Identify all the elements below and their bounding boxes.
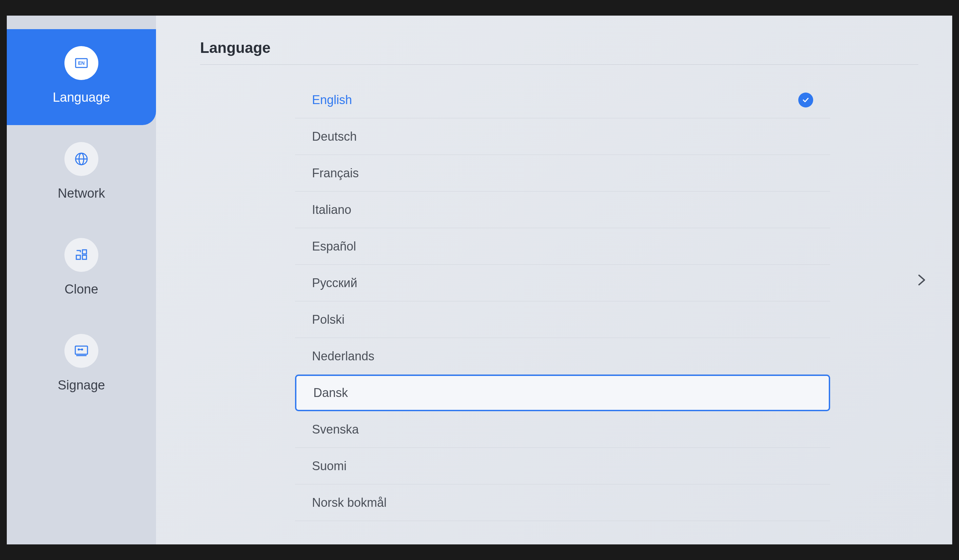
svg-rect-7 [83,255,86,259]
signage-icon [64,334,98,368]
main-content: Language English Deutsch Français Italia… [156,16,952,544]
language-label: Español [312,239,356,253]
language-label: English [312,93,352,107]
sidebar-item-signage[interactable]: Signage [7,317,156,413]
svg-rect-5 [83,250,86,254]
chevron-right-icon [915,273,929,287]
language-label: Suomi [312,459,347,473]
language-option-svenska[interactable]: Svenska [295,411,830,448]
language-label: Italiano [312,203,351,217]
svg-rect-6 [76,255,80,259]
sidebar-item-clone[interactable]: Clone [7,221,156,317]
sidebar-item-language[interactable]: EN Language [7,29,156,125]
sidebar-item-label: Language [53,90,110,105]
sidebar-item-label: Signage [57,378,105,393]
language-option-francais[interactable]: Français [295,155,830,191]
language-option-italiano[interactable]: Italiano [295,191,830,228]
language-label: Français [312,166,359,180]
language-en-icon: EN [64,46,98,80]
sidebar-item-network[interactable]: Network [7,125,156,221]
sidebar-item-label: Clone [64,282,98,297]
language-option-nederlands[interactable]: Nederlands [295,338,830,375]
next-button[interactable] [911,270,932,290]
language-label: Norsk bokmål [312,496,387,510]
clone-icon [64,238,98,272]
language-label: Nederlands [312,349,374,363]
language-option-polski[interactable]: Polski [295,301,830,338]
language-label: Dansk [313,386,348,400]
language-list: English Deutsch Français Italiano Españo… [295,82,830,521]
language-label: Русский [312,276,357,290]
language-option-suomi[interactable]: Suomi [295,448,830,484]
sidebar-item-label: Network [57,186,105,200]
language-label: Svenska [312,422,359,437]
language-option-russian[interactable]: Русский [295,265,830,301]
language-option-english[interactable]: English [295,82,830,118]
language-label: Deutsch [312,129,357,144]
language-label: Polski [312,313,344,327]
page-title: Language [200,39,918,56]
title-divider [200,64,918,65]
globe-icon [64,142,98,176]
sidebar: EN Language Network [7,16,156,544]
language-option-espanol[interactable]: Español [295,228,830,265]
check-icon [798,92,813,107]
language-option-norsk[interactable]: Norsk bokmål [295,484,830,521]
language-option-dansk[interactable]: Dansk [295,375,830,411]
svg-text:EN: EN [78,60,84,66]
language-option-deutsch[interactable]: Deutsch [295,118,830,155]
settings-screen: EN Language Network [7,16,952,544]
